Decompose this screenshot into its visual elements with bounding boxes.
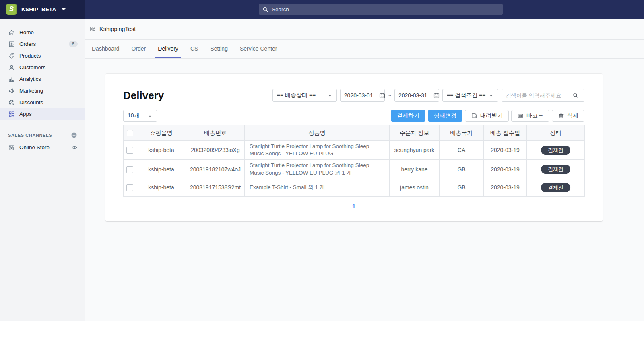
sidebar-item-discounts[interactable]: Discounts — [0, 97, 85, 108]
content: Delivery == 배송상태 == ~ — [85, 59, 644, 221]
app-header: KshippingTest — [85, 19, 644, 40]
row-checkbox[interactable] — [126, 147, 133, 154]
row-checkbox[interactable] — [126, 166, 133, 173]
tab-setting[interactable]: Setting — [208, 40, 230, 58]
status-badge[interactable]: 결제전 — [541, 165, 570, 174]
col-shop-name: 쇼핑몰명 — [136, 125, 186, 141]
delivery-status-select[interactable]: == 배송상태 == — [272, 89, 337, 102]
page-title: Delivery — [123, 89, 164, 102]
col-status: 상태 — [527, 125, 585, 141]
download-button[interactable]: 내려받기 — [465, 110, 509, 122]
cell-country: CA — [440, 141, 484, 160]
sidebar-item-products[interactable]: Products — [0, 50, 85, 62]
sidebar-item-online-store[interactable]: Online Store — [0, 142, 85, 153]
date-from-input[interactable] — [344, 92, 376, 99]
analytics-icon — [8, 76, 15, 83]
sales-channels-header: SALES CHANNELS — [0, 132, 85, 138]
per-page-select[interactable]: 10개 — [123, 110, 157, 122]
tab-order[interactable]: Order — [129, 40, 149, 58]
cell-date: 2020-03-19 — [484, 141, 527, 160]
delivery-table: 쇼핑몰명 배송번호 상품명 주문자 정보 배송국가 배송 접수일 상태 ksh — [123, 125, 585, 197]
barcode-icon — [517, 113, 524, 119]
sidebar-item-analytics[interactable]: Analytics — [0, 73, 85, 85]
main-area: KshippingTest Dashboard Order Delivery C… — [85, 19, 644, 321]
topbar: S KSHIP_BETA — [0, 0, 644, 19]
date-range-separator: ~ — [388, 92, 391, 99]
cell-tracking: 200319182107w4oJ — [186, 160, 245, 179]
tab-cs[interactable]: CS — [188, 40, 200, 58]
sidebar-item-label: Apps — [19, 111, 32, 117]
chevron-down-icon — [327, 93, 332, 98]
pay-button[interactable]: 결제하기 — [391, 110, 425, 122]
calendar-icon — [433, 92, 440, 99]
cell-shop: kship-beta — [136, 179, 186, 196]
global-search-input[interactable] — [272, 6, 499, 12]
save-icon — [471, 113, 477, 119]
trash-icon — [558, 113, 564, 119]
cell-date: 2020-03-19 — [484, 160, 527, 179]
sidebar-item-orders[interactable]: Orders 6 — [0, 38, 85, 50]
sales-channels-label: SALES CHANNELS — [8, 133, 52, 138]
sidebar-item-label: Products — [19, 53, 41, 59]
view-store-button[interactable] — [71, 144, 78, 151]
col-product-name: 상품명 — [245, 125, 390, 141]
marketing-icon — [8, 87, 15, 95]
storefront-icon — [8, 144, 15, 151]
store-menu[interactable]: S KSHIP_BETA — [0, 0, 85, 19]
filter-bar: == 배송상태 == ~ == 검색조건 — [272, 89, 584, 102]
sidebar-item-home[interactable]: Home — [0, 27, 85, 38]
status-badge[interactable]: 결제전 — [541, 183, 570, 192]
search-condition-select[interactable]: == 검색조건 == — [442, 89, 498, 102]
cell-shop: kship-beta — [136, 160, 186, 179]
global-search[interactable] — [259, 4, 503, 15]
change-status-button[interactable]: 상태변경 — [428, 110, 462, 122]
customers-icon — [8, 64, 15, 71]
keyword-search-field[interactable] — [502, 89, 584, 102]
cell-product: Starlight Turtle Projector Lamp for Soot… — [245, 160, 390, 179]
cell-country: GB — [440, 160, 484, 179]
delete-button[interactable]: 삭제 — [552, 110, 584, 122]
sidebar-item-label: Home — [19, 29, 34, 35]
page-number[interactable]: 1 — [350, 202, 358, 210]
table-row: kship-beta 200319182107w4oJ Starlight Tu… — [124, 160, 585, 179]
sidebar-item-customers[interactable]: Customers — [0, 62, 85, 73]
sidebar-item-label: Customers — [19, 64, 45, 70]
app-tab-bar: Dashboard Order Delivery CS Setting Serv… — [85, 40, 644, 59]
date-to-input[interactable] — [398, 92, 430, 99]
date-to-field[interactable] — [394, 89, 439, 102]
cell-orderer: james ostin — [390, 179, 440, 196]
products-icon — [8, 52, 15, 60]
row-checkbox[interactable] — [126, 184, 133, 191]
date-from-field[interactable] — [340, 89, 385, 102]
delivery-card: Delivery == 배송상태 == ~ — [105, 74, 603, 221]
chevron-down-icon — [147, 113, 153, 119]
tab-dashboard[interactable]: Dashboard — [89, 40, 122, 58]
table-header-row: 쇼핑몰명 배송번호 상품명 주문자 정보 배송국가 배송 접수일 상태 — [124, 125, 585, 141]
cell-product: Example T-Shirt - Small 외 1 개 — [245, 179, 390, 196]
cell-product: Starlight Turtle Projector Lamp for Soot… — [245, 141, 390, 160]
col-orderer-info: 주문자 정보 — [390, 125, 440, 141]
col-tracking-number: 배송번호 — [186, 125, 245, 141]
search-icon — [262, 6, 268, 12]
plus-circle-icon — [71, 132, 77, 138]
select-all-checkbox[interactable] — [127, 130, 133, 136]
eye-icon — [71, 144, 78, 151]
table-toolbar: 10개 결제하기 상태변경 내려받기 바코드 — [123, 110, 584, 122]
sidebar-item-label: Analytics — [19, 76, 41, 82]
cell-shop: kship-beta — [136, 141, 186, 160]
tab-delivery[interactable]: Delivery — [155, 40, 181, 58]
app-name: KshippingTest — [99, 26, 136, 32]
sidebar-item-apps[interactable]: Apps — [0, 108, 85, 120]
barcode-button[interactable]: 바코드 — [511, 110, 549, 122]
shopify-logo-icon: S — [6, 4, 17, 15]
keyword-input[interactable] — [506, 93, 570, 99]
apps-icon — [8, 111, 15, 118]
add-channel-button[interactable] — [71, 132, 77, 138]
app-grid-icon — [89, 26, 96, 32]
table-row: kship-beta 200319171538S2mt Example T-Sh… — [124, 179, 585, 196]
status-badge[interactable]: 결제전 — [541, 146, 570, 155]
sidebar-item-marketing[interactable]: Marketing — [0, 85, 85, 97]
cell-date: 2020-03-19 — [484, 179, 527, 196]
tab-service-center[interactable]: Service Center — [237, 40, 280, 58]
search-icon — [572, 92, 579, 99]
